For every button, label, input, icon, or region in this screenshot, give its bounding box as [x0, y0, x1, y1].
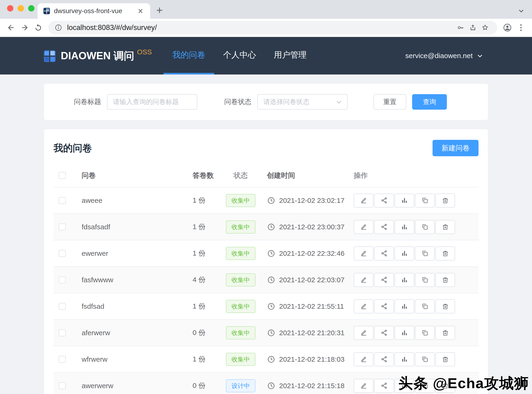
survey-time: 2021-12-02 22:32:46 — [279, 249, 345, 257]
copy-button[interactable] — [415, 352, 435, 366]
edit-icon — [360, 303, 367, 310]
avatar-icon — [503, 23, 512, 32]
nav-item-user-management[interactable]: 用户管理 — [265, 37, 315, 74]
edit-button[interactable] — [354, 352, 373, 366]
edit-button[interactable] — [354, 220, 373, 234]
back-button[interactable] — [4, 21, 18, 34]
share-button[interactable] — [374, 299, 394, 313]
new-tab-button[interactable] — [153, 4, 166, 17]
statistics-button[interactable] — [394, 273, 414, 287]
delete-button[interactable] — [435, 193, 455, 207]
table-row: ewerwer 1 份 收集中 2021-12-02 22:32:46 — [53, 240, 479, 267]
status-badge: 收集中 — [226, 353, 255, 366]
reload-button[interactable] — [32, 21, 45, 34]
survey-status-select-input[interactable] — [257, 94, 348, 110]
row-checkbox[interactable] — [59, 329, 66, 336]
row-checkbox[interactable] — [59, 223, 66, 230]
survey-count: 1 份 — [166, 354, 213, 364]
search-button[interactable]: 查询 — [412, 94, 447, 110]
statistics-button[interactable] — [394, 299, 414, 313]
browser-tab[interactable]: dwsurvey-oss-front-vue × — [37, 3, 150, 19]
tab-close-icon[interactable]: × — [137, 7, 144, 16]
delete-button[interactable] — [435, 352, 455, 366]
reset-button[interactable]: 重置 — [373, 94, 406, 110]
nav-item-my-surveys[interactable]: 我的问卷 — [164, 37, 214, 74]
site-info-icon[interactable] — [54, 24, 62, 32]
survey-count: 1 份 — [166, 301, 213, 311]
column-header-status: 状态 — [213, 171, 267, 180]
share-nodes-icon — [380, 303, 388, 310]
account-menu[interactable]: service@diaowen.net — [405, 52, 484, 60]
url-text[interactable]: localhost:8083/#/dw/survey/ — [67, 23, 455, 32]
row-checkbox[interactable] — [59, 250, 66, 257]
address-bar[interactable]: localhost:8083/#/dw/survey/ — [48, 21, 497, 34]
maximize-window-button[interactable] — [28, 5, 34, 11]
forward-button[interactable] — [18, 21, 32, 34]
clock-icon — [267, 276, 275, 284]
statistics-button[interactable] — [394, 246, 414, 260]
nav-item-personal-center[interactable]: 个人中心 — [214, 37, 265, 74]
share-button[interactable] — [374, 326, 394, 340]
status-badge: 收集中 — [226, 194, 255, 207]
edit-button[interactable] — [354, 246, 373, 260]
statistics-button[interactable] — [394, 326, 414, 340]
row-checkbox[interactable] — [59, 276, 66, 283]
bookmark-button[interactable] — [479, 21, 491, 34]
edit-button[interactable] — [354, 299, 373, 313]
statistics-button[interactable] — [394, 352, 414, 366]
survey-time: 2021-12-02 21:15:18 — [279, 382, 345, 390]
statistics-button[interactable] — [394, 220, 414, 234]
delete-button[interactable] — [435, 273, 455, 287]
profile-button[interactable] — [500, 21, 514, 34]
close-window-button[interactable] — [7, 5, 13, 11]
delete-button[interactable] — [435, 220, 455, 234]
copy-button[interactable] — [415, 273, 435, 287]
survey-time: 2021-12-02 21:55:11 — [279, 302, 344, 310]
edit-icon — [360, 276, 367, 283]
statistics-button[interactable] — [394, 193, 414, 207]
share-button[interactable] — [374, 273, 394, 287]
account-email: service@diaowen.net — [405, 52, 473, 60]
delete-button[interactable] — [435, 299, 455, 313]
share-page-button[interactable] — [467, 21, 479, 34]
copy-button[interactable] — [415, 220, 435, 234]
share-button[interactable] — [374, 220, 394, 234]
minimize-window-button[interactable] — [18, 5, 24, 11]
copy-icon — [421, 303, 429, 310]
delete-button[interactable] — [435, 246, 455, 260]
survey-status-select[interactable] — [257, 94, 348, 110]
row-checkbox[interactable] — [59, 197, 66, 204]
create-survey-button[interactable]: 新建问卷 — [432, 140, 479, 156]
survey-count: 0 份 — [166, 381, 213, 390]
survey-time: 2021-12-02 21:18:03 — [279, 355, 345, 363]
copy-button[interactable] — [415, 246, 435, 260]
survey-name: ewerwer — [82, 249, 166, 257]
delete-button[interactable] — [435, 326, 455, 340]
survey-title-input[interactable] — [107, 94, 197, 110]
share-button[interactable] — [374, 379, 394, 393]
tabs-dropdown-icon[interactable] — [516, 6, 526, 16]
copy-button[interactable] — [415, 299, 435, 313]
share-button[interactable] — [374, 246, 394, 260]
main-nav: 我的问卷 个人中心 用户管理 — [164, 37, 315, 74]
share-button[interactable] — [374, 352, 394, 366]
kebab-menu-icon — [516, 23, 525, 32]
copy-button[interactable] — [415, 326, 435, 340]
edit-button[interactable] — [354, 273, 373, 287]
browser-menu-button[interactable] — [514, 21, 528, 34]
survey-title-label: 问卷标题 — [74, 97, 101, 107]
edit-button[interactable] — [354, 326, 373, 340]
edit-button[interactable] — [354, 193, 373, 207]
row-checkbox[interactable] — [59, 356, 66, 363]
share-nodes-icon — [380, 329, 388, 336]
password-manager-button[interactable] — [455, 21, 467, 34]
status-badge: 收集中 — [226, 326, 255, 339]
row-checkbox[interactable] — [59, 382, 66, 389]
row-checkbox[interactable] — [59, 303, 66, 310]
clock-icon — [267, 196, 275, 205]
select-all-checkbox[interactable] — [59, 172, 66, 179]
brand[interactable]: DIAOWEN 调问 OSS — [43, 49, 152, 63]
edit-button[interactable] — [354, 379, 373, 393]
share-button[interactable] — [374, 193, 394, 207]
copy-button[interactable] — [415, 193, 435, 207]
